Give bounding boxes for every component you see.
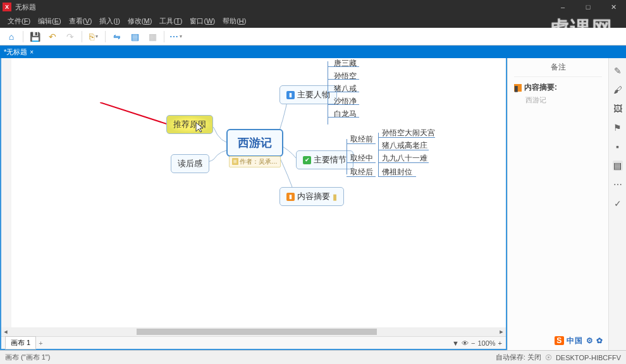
undo-button[interactable]: ↶ xyxy=(46,30,59,43)
export-button[interactable]: ⎘ xyxy=(87,30,100,43)
connectors xyxy=(11,58,506,327)
feeling-node[interactable]: 读后感 xyxy=(171,154,209,173)
note-heading: ▮ 内容摘要: xyxy=(514,82,602,93)
plot-node[interactable]: ✔ 主要情节 xyxy=(296,150,353,169)
toolbar: ⌂ 💾 ↶ ↷ ⎘ ⇋ ▤ ▦ ⋯ xyxy=(0,28,626,46)
redo-button[interactable]: ↷ xyxy=(64,30,77,43)
marker-icon: ✔ xyxy=(303,156,311,164)
menu-view[interactable]: 查看(V) xyxy=(65,15,96,27)
char-leaf[interactable]: 猪八戒 xyxy=(331,82,359,95)
close-button[interactable]: ✕ xyxy=(601,0,626,14)
more-button[interactable]: ⋯ xyxy=(169,30,182,43)
menu-insert[interactable]: 插入(I) xyxy=(95,15,123,27)
pin-icon[interactable]: ▪ xyxy=(613,142,623,152)
marker-icon: ▮ xyxy=(286,193,295,201)
canvas[interactable]: 西游记 ≡作者：吴承… 推荐原因 读后感 ▮ 主要人物 唐三藏 xyxy=(11,58,506,327)
document-tab-strip: *无标题 × xyxy=(0,46,626,58)
comments-icon[interactable]: ⋯ xyxy=(613,179,623,190)
reason-node[interactable]: 推荐原因 xyxy=(166,115,213,134)
menu-modify[interactable]: 修改(M) xyxy=(124,15,156,27)
sheet-bar: 画布 1 + ▼ 👁 − 100% + xyxy=(1,336,506,349)
menu-tools[interactable]: 工具(T) xyxy=(156,15,186,27)
maximize-button[interactable]: □ xyxy=(575,0,601,14)
menu-window[interactable]: 窗口(W) xyxy=(186,15,219,27)
minimize-button[interactable]: – xyxy=(550,0,575,14)
left-gutter xyxy=(1,58,11,327)
tab-close-icon[interactable]: × xyxy=(30,49,34,56)
status-autosave: 自动保存: 关闭 xyxy=(496,353,541,362)
characters-node[interactable]: ▮ 主要人物 xyxy=(279,85,337,104)
ime-badge: S中国 ⚙ ✿ xyxy=(555,336,603,346)
menu-edit[interactable]: 编辑(E) xyxy=(34,15,65,27)
presentation-button[interactable]: ▦ xyxy=(146,30,159,43)
add-sheet-button[interactable]: + xyxy=(39,339,42,347)
status-bar: 画布 ("画布 1") 自动保存: 关闭 ⦿ DESKTOP-HIBCFFV xyxy=(0,350,626,364)
h-scrollbar[interactable]: ◄ ► xyxy=(1,327,506,336)
status-left: 画布 ("画布 1") xyxy=(5,353,50,362)
scroll-left-icon[interactable]: ◄ xyxy=(1,329,10,335)
feeling-label: 读后感 xyxy=(178,158,202,169)
char-leaf[interactable]: 白龙马 xyxy=(331,107,359,121)
char-leaf[interactable]: 沙悟净 xyxy=(331,95,359,108)
notes-pane: 备注 ▮ 内容摘要: 西游记 S中国 ⚙ ✿ xyxy=(508,58,608,350)
save-button[interactable]: 💾 xyxy=(28,30,41,43)
notes-icon[interactable]: ▤ xyxy=(613,161,623,171)
filter-icon[interactable]: ▼ xyxy=(452,339,459,347)
task-icon[interactable]: ✓ xyxy=(613,198,623,209)
char-bracket xyxy=(328,61,328,124)
window-title: 无标题 xyxy=(15,3,36,12)
eye-icon[interactable]: 👁 xyxy=(462,339,469,347)
zoom-value: 100% xyxy=(477,339,495,347)
icon-rail: ✎ 🖌 🖼 ⚑ ▪ ▤ ⋯ ✓ xyxy=(608,58,626,350)
plot-label: 主要情节 xyxy=(314,154,347,166)
note-body[interactable]: 西游记 xyxy=(514,93,602,105)
notes-title: 备注 xyxy=(514,62,602,77)
root-node[interactable]: 西游记 xyxy=(226,129,283,157)
image-icon[interactable]: 🖼 xyxy=(613,104,623,114)
package-button[interactable]: ▤ xyxy=(128,30,141,43)
plot-bracket xyxy=(347,139,347,174)
scroll-right-icon[interactable]: ► xyxy=(497,329,506,335)
summary-node[interactable]: ▮ 内容摘要 ▮ xyxy=(279,187,344,206)
scroll-thumb[interactable] xyxy=(137,329,377,335)
menu-file[interactable]: 文件(F) xyxy=(4,15,34,27)
style-icon[interactable]: ✎ xyxy=(613,66,623,76)
reason-label: 推荐原因 xyxy=(173,119,206,130)
characters-label: 主要人物 xyxy=(297,89,330,100)
author-tag: ≡作者：吴承… xyxy=(229,156,281,167)
zoom-out-button[interactable]: − xyxy=(471,339,475,347)
marker-icon: ▮ xyxy=(286,91,295,99)
document-tab[interactable]: *无标题 × xyxy=(0,46,37,58)
app-icon: X xyxy=(3,3,11,11)
char-leaf[interactable]: 孙悟空 xyxy=(331,70,359,83)
menu-bar: 文件(F) 编辑(E) 查看(V) 插入(I) 修改(M) 工具(T) 窗口(W… xyxy=(0,14,626,28)
marker-icon: ▮ xyxy=(514,84,522,92)
share-button[interactable]: ⇋ xyxy=(111,30,123,43)
tab-label: *无标题 xyxy=(4,47,27,57)
char-leaf[interactable]: 唐三藏 xyxy=(331,58,359,70)
flag-icon[interactable]: ⚑ xyxy=(613,123,623,133)
home-button[interactable]: ⌂ xyxy=(5,30,18,43)
brush-icon[interactable]: 🖌 xyxy=(613,85,623,95)
summary-label: 内容摘要 xyxy=(297,191,330,202)
note-icon: ▮ xyxy=(333,192,337,202)
right-panel: 备注 ▮ 内容摘要: 西游记 S中国 ⚙ ✿ ✎ 🖌 🖼 ⚑ ▪ ▤ ⋯ ✓ xyxy=(507,58,626,350)
sheet-tab[interactable]: 画布 1 xyxy=(5,336,36,349)
plot-bracket-2 xyxy=(378,133,379,177)
zoom-in-button[interactable]: + xyxy=(498,339,502,347)
status-desktop: DESKTOP-HIBCFFV xyxy=(556,354,621,361)
title-bar: X 无标题 – □ ✕ xyxy=(0,0,626,14)
menu-help[interactable]: 帮助(H) xyxy=(219,15,250,27)
canvas-area: 西游记 ≡作者：吴承… 推荐原因 读后感 ▮ 主要人物 唐三藏 xyxy=(0,58,507,350)
